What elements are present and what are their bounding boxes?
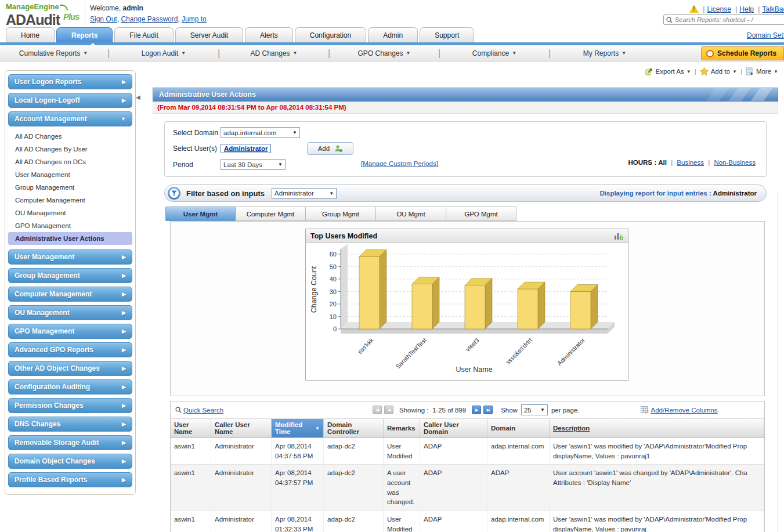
- help-link[interactable]: Help: [739, 5, 754, 13]
- sidebar-section-gpo-management[interactable]: GPO Management▶: [8, 324, 132, 339]
- selected-user-link[interactable]: Administrator: [221, 144, 271, 153]
- svg-text:50: 50: [330, 263, 337, 270]
- filter-input-select[interactable]: Administrator▼: [272, 188, 337, 199]
- schedule-reports-button[interactable]: Schedule Reports: [701, 46, 784, 60]
- sidebar-item-computer-management[interactable]: Computer Management: [8, 194, 132, 207]
- sidebar-section-ou-management[interactable]: OU Management▶: [8, 305, 132, 320]
- next-page-button[interactable]: ▶: [472, 406, 481, 414]
- prev-page-button[interactable]: ◀: [384, 406, 393, 414]
- pipe-sep: |: [758, 5, 760, 13]
- hours-option-all[interactable]: All: [658, 159, 667, 166]
- col-header-domain-controller[interactable]: Domain Controller: [324, 419, 384, 437]
- sidebar-section-dns-changes[interactable]: DNS Changes▶: [8, 417, 132, 432]
- col-header-user-name[interactable]: User Name: [171, 419, 211, 437]
- hours-option-business[interactable]: Business: [677, 159, 704, 166]
- col-header-domain[interactable]: Domain: [487, 419, 550, 437]
- add-remove-columns[interactable]: Add/Remove Columns: [641, 406, 718, 414]
- sidebar-section-label: User Logon Reports: [15, 78, 122, 86]
- col-header-modified-time[interactable]: Modified Time▼: [272, 419, 324, 437]
- tab-user-mgmt[interactable]: User Mgmt: [165, 207, 236, 221]
- first-page-button[interactable]: |◀: [373, 406, 382, 414]
- sidebar-section-label: Configuration Auditing: [15, 383, 122, 391]
- sidebar-section-domain-object-changes[interactable]: Domain Object Changes▶: [8, 454, 132, 469]
- add-to-button[interactable]: Add to▼: [700, 67, 737, 75]
- sidebar-section-other-ad-object-changes[interactable]: Other AD Object Changes▶: [8, 361, 132, 376]
- sidebar-section-label: Computer Management: [15, 290, 122, 298]
- more-button[interactable]: More▼: [746, 67, 778, 75]
- sidebar-section-advanced-gpo-reports[interactable]: Advanced GPO Reports▶: [8, 342, 132, 357]
- col-header-caller-user-domain[interactable]: Caller User Domain: [420, 419, 487, 437]
- sidebar-item-gpo-management[interactable]: GPO Management: [8, 219, 132, 232]
- cell-caller-user-name: Administrator: [211, 465, 272, 511]
- domain-select[interactable]: adap.internal.com▼: [221, 127, 300, 138]
- sidebar-section-removable-storage-audit[interactable]: Removable Storage Audit▶: [8, 435, 132, 450]
- tab-group-mgmt[interactable]: Group Mgmt: [306, 207, 376, 221]
- sidebar-section-permission-changes[interactable]: Permission Changes▶: [8, 398, 132, 413]
- subnav-item-ad-changes[interactable]: AD Changes▼: [227, 49, 320, 57]
- col-header-remarks[interactable]: Remarks: [384, 419, 420, 437]
- jump-to-link[interactable]: Jump to: [182, 15, 207, 23]
- sidebar-item-user-management[interactable]: User Management: [8, 168, 132, 181]
- col-header-caller-user-name[interactable]: Caller User Name: [211, 419, 272, 437]
- sidebar-item-all-ad-changes-by-user[interactable]: All AD Changes By User: [8, 143, 132, 155]
- quick-search[interactable]: Quick Search: [175, 407, 223, 414]
- tab-ou-mgmt[interactable]: OU Mgmt: [376, 207, 446, 221]
- sign-out-link[interactable]: Sign Out: [90, 15, 117, 23]
- warning-icon[interactable]: [689, 5, 699, 13]
- hours-option-non-business[interactable]: Non-Business: [714, 159, 756, 166]
- tab-gpo-mgmt[interactable]: GPO Mgmt: [446, 207, 516, 221]
- chevron-down-icon: ▼: [512, 50, 516, 56]
- cell-user-name: aswin1: [171, 511, 211, 532]
- page-size-select[interactable]: 25▼: [521, 404, 548, 415]
- sidebar-item-group-management[interactable]: Group Management: [8, 181, 132, 194]
- period-select[interactable]: Last 30 Days▼: [221, 159, 286, 170]
- sidebar-item-administrative-user-actions[interactable]: Administrative User Actions: [8, 232, 132, 245]
- sidebar-item-all-ad-changes[interactable]: All AD Changes: [8, 130, 132, 143]
- tab-support[interactable]: Support: [420, 27, 474, 42]
- displaying-report-text: Displaying report for input entries : Ad…: [599, 190, 757, 197]
- search-input[interactable]: Search Reports; shortcut - /: [663, 15, 784, 25]
- sidebar-collapse-icon[interactable]: ◀: [136, 94, 140, 100]
- chevron-right-icon: ▶: [122, 384, 126, 390]
- sidebar-section-group-management[interactable]: Group Management▶: [8, 268, 132, 283]
- tab-reports[interactable]: Reports: [56, 27, 113, 42]
- subnav-item-my-reports[interactable]: My Reports▼: [558, 49, 651, 57]
- add-user-button[interactable]: Add: [307, 142, 353, 155]
- tab-server-audit[interactable]: Server Audit: [175, 27, 243, 42]
- tab-admin[interactable]: Admin: [368, 27, 418, 42]
- sidebar-section-label: Permission Changes: [15, 401, 122, 410]
- domain-settings-link[interactable]: Domain Settings: [747, 31, 784, 39]
- cell-caller-user-domain: ADAP: [420, 438, 487, 464]
- sidebar-section-configuration-auditing[interactable]: Configuration Auditing▶: [8, 379, 132, 395]
- svg-text:Change Count: Change Count: [310, 266, 318, 313]
- tab-file-audit[interactable]: File Audit: [114, 27, 173, 42]
- tab-alerts[interactable]: Alerts: [245, 27, 293, 42]
- add-user-icon: [334, 144, 343, 153]
- sidebar-section-local-logon-logoff[interactable]: Local Logon-Logoff▶: [8, 93, 132, 108]
- last-page-button[interactable]: ▶|: [483, 406, 493, 414]
- sidebar-section-label: Advanced GPO Reports: [15, 346, 122, 354]
- subnav-item-gpo-changes[interactable]: GPO Changes▼: [338, 49, 431, 57]
- license-link[interactable]: License: [707, 5, 731, 13]
- sidebar-section-computer-management[interactable]: Computer Management▶: [8, 287, 132, 302]
- sidebar-item-all-ad-changes-on-dcs[interactable]: All AD Changes on DCs: [8, 155, 132, 168]
- export-as-button[interactable]: Export As▼: [645, 67, 691, 75]
- sidebar-section-label: Removable Storage Audit: [15, 439, 122, 447]
- subnav-item-cumulative-reports[interactable]: Cumulative Reports▼: [7, 49, 100, 57]
- col-header-description[interactable]: Description: [550, 419, 764, 437]
- sidebar-section-user-logon-reports[interactable]: User Logon Reports▶: [8, 74, 132, 89]
- chart-options-icon[interactable]: [614, 231, 623, 240]
- manage-custom-periods-link[interactable]: [Manage Custom Periods]: [361, 160, 438, 167]
- tab-computer-mgmt[interactable]: Computer Mgmt: [236, 207, 306, 221]
- sidebar-item-ou-management[interactable]: OU Management: [8, 207, 132, 219]
- tab-configuration[interactable]: Configuration: [295, 27, 366, 42]
- subnav-item-logon-audit[interactable]: Logon Audit▼: [117, 49, 210, 57]
- sidebar-section-user-management[interactable]: User Management▶: [8, 249, 132, 265]
- chevron-down-icon: ▼: [293, 50, 298, 56]
- sidebar-section-profile-based-reports[interactable]: Profile Based Reports▶: [8, 472, 132, 487]
- subnav-item-compliance[interactable]: Compliance▼: [448, 49, 541, 57]
- change-password-link[interactable]: Change Password: [121, 15, 178, 23]
- sidebar-section-account-management[interactable]: Account Management▼: [8, 111, 132, 126]
- tab-home[interactable]: Home: [6, 27, 55, 42]
- talkback-link[interactable]: TalkBack: [762, 5, 784, 13]
